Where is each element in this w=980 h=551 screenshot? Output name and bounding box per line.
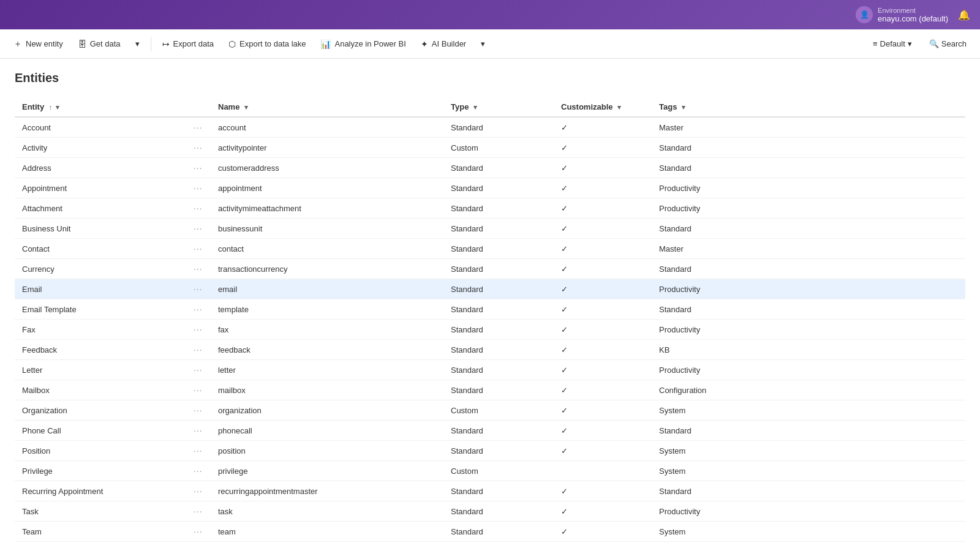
row-menu-dots[interactable]: ··· xyxy=(186,117,211,138)
table-row[interactable]: Privilege···privilegeCustomSystem xyxy=(15,461,965,481)
type-cell: Standard xyxy=(443,259,554,279)
row-menu-dots[interactable]: ··· xyxy=(186,441,211,461)
table-row[interactable]: Email Template···templateStandard✓Standa… xyxy=(15,299,965,320)
tags-cell: Master xyxy=(652,239,965,259)
env-details: Environment enayu.com (default) xyxy=(878,7,948,23)
checkmark-icon: ✓ xyxy=(561,244,568,253)
tags-cell: Standard xyxy=(652,138,965,158)
checkmark-icon: ✓ xyxy=(561,285,568,294)
tags-cell: System xyxy=(652,441,965,461)
row-menu-dots[interactable]: ··· xyxy=(186,299,211,320)
customizable-cell: ✓ xyxy=(554,117,652,138)
table-row[interactable]: Position···positionStandard✓System xyxy=(15,441,965,461)
row-menu-dots[interactable]: ··· xyxy=(186,340,211,360)
table-row[interactable]: Fax···faxStandard✓Productivity xyxy=(15,320,965,340)
row-menu-dots[interactable]: ··· xyxy=(186,158,211,178)
row-menu-dots[interactable]: ··· xyxy=(186,239,211,259)
export-data-button[interactable]: ↦ Export data xyxy=(156,36,221,53)
table-row[interactable]: Phone Call···phonecallStandard✓Standard xyxy=(15,421,965,441)
type-cell: Standard xyxy=(443,380,554,400)
get-data-label: Get data xyxy=(90,39,121,48)
checkmark-icon: ✓ xyxy=(561,224,568,233)
analyze-power-bi-button[interactable]: 📊 Analyze in Power BI xyxy=(314,36,412,53)
table-row[interactable]: Task···taskStandard✓Productivity xyxy=(15,501,965,522)
type-cell: Standard xyxy=(443,239,554,259)
ai-builder-dropdown-button[interactable]: ▾ xyxy=(475,36,491,52)
new-entity-button[interactable]: ＋ New entity xyxy=(7,35,69,53)
type-cell: Standard xyxy=(443,198,554,219)
row-menu-dots[interactable]: ··· xyxy=(186,360,211,380)
table-row[interactable]: Recurring Appointment···recurringappoint… xyxy=(15,481,965,501)
name-cell: account xyxy=(211,117,443,138)
row-menu-dots[interactable]: ··· xyxy=(186,421,211,441)
table-row[interactable]: Email···emailStandard✓Productivity xyxy=(15,279,965,299)
row-menu-dots[interactable]: ··· xyxy=(186,219,211,239)
row-menu-dots[interactable]: ··· xyxy=(186,380,211,400)
get-data-dropdown-button[interactable]: ▾ xyxy=(129,36,146,52)
table-row[interactable]: Activity···activitypointerCustom✓Standar… xyxy=(15,138,965,158)
table-row[interactable]: Organization···organizationCustom✓System xyxy=(15,400,965,421)
table-row[interactable]: Team···teamStandard✓System xyxy=(15,522,965,542)
environment-info: 👤 Environment enayu.com (default) xyxy=(856,6,948,23)
row-menu-dots[interactable]: ··· xyxy=(186,178,211,198)
name-cell: task xyxy=(211,501,443,522)
checkmark-icon: ✓ xyxy=(561,123,568,132)
row-menu-dots[interactable]: ··· xyxy=(186,461,211,481)
type-column-header[interactable]: Type ▾ xyxy=(443,97,554,117)
entities-table: Entity ↑ ▾ Name ▾ Type ▾ Customizable ▾ xyxy=(15,97,965,542)
table-row[interactable]: Attachment···activitymimeattachmentStand… xyxy=(15,198,965,219)
customizable-cell: ✓ xyxy=(554,340,652,360)
entity-column-header[interactable]: Entity ↑ ▾ xyxy=(15,97,186,117)
table-row[interactable]: Letter···letterStandard✓Productivity xyxy=(15,360,965,380)
type-cell: Standard xyxy=(443,299,554,320)
tags-sort-icon: ▾ xyxy=(682,103,685,111)
table-row[interactable]: Appointment···appointmentStandard✓Produc… xyxy=(15,178,965,198)
tags-column-header[interactable]: Tags ▾ xyxy=(652,97,965,117)
table-row[interactable]: Business Unit···businessunitStandard✓Sta… xyxy=(15,219,965,239)
row-menu-dots[interactable]: ··· xyxy=(186,279,211,299)
toolbar-separator-1 xyxy=(151,37,151,51)
customizable-cell: ✓ xyxy=(554,279,652,299)
table-row[interactable]: Address···customeraddressStandard✓Standa… xyxy=(15,158,965,178)
table-row[interactable]: Account···accountStandard✓Master xyxy=(15,117,965,138)
entity-cell: Email Template xyxy=(15,299,186,320)
name-column-header[interactable]: Name ▾ xyxy=(211,97,443,117)
page-title: Entities xyxy=(15,71,965,85)
search-button[interactable]: 🔍 Search xyxy=(923,36,973,52)
notification-bell-icon[interactable]: 🔔 xyxy=(958,9,970,21)
customizable-sort-icon: ▾ xyxy=(617,103,621,111)
name-sort-icon: ▾ xyxy=(244,103,248,111)
ai-builder-label: AI Builder xyxy=(432,39,466,48)
customizable-cell: ✓ xyxy=(554,421,652,441)
get-data-button[interactable]: 🗄 Get data xyxy=(72,36,127,53)
customizable-cell: ✓ xyxy=(554,219,652,239)
tags-cell: Productivity xyxy=(652,198,965,219)
row-menu-dots[interactable]: ··· xyxy=(186,481,211,501)
table-row[interactable]: Feedback···feedbackStandard✓KB xyxy=(15,340,965,360)
row-menu-dots[interactable]: ··· xyxy=(186,138,211,158)
customizable-column-header[interactable]: Customizable ▾ xyxy=(554,97,652,117)
entity-cell: Contact xyxy=(15,239,186,259)
table-row[interactable]: Mailbox···mailboxStandard✓Configuration xyxy=(15,380,965,400)
default-view-button[interactable]: ≡ Default ▾ xyxy=(867,36,918,52)
new-entity-label: New entity xyxy=(26,39,63,48)
row-menu-dots[interactable]: ··· xyxy=(186,320,211,340)
row-menu-dots[interactable]: ··· xyxy=(186,198,211,219)
table-row[interactable]: Contact···contactStandard✓Master xyxy=(15,239,965,259)
row-menu-dots[interactable]: ··· xyxy=(186,400,211,421)
row-menu-dots[interactable]: ··· xyxy=(186,522,211,542)
table-row[interactable]: Currency···transactioncurrencyStandard✓S… xyxy=(15,259,965,279)
export-to-data-lake-button[interactable]: ⬡ Export to data lake xyxy=(222,36,312,53)
row-menu-dots[interactable]: ··· xyxy=(186,259,211,279)
ai-builder-button[interactable]: ✦ AI Builder xyxy=(415,36,472,53)
customizable-cell: ✓ xyxy=(554,178,652,198)
avatar: 👤 xyxy=(856,6,873,23)
customizable-cell: ✓ xyxy=(554,360,652,380)
type-cell: Standard xyxy=(443,117,554,138)
name-cell: template xyxy=(211,299,443,320)
default-label: Default xyxy=(880,39,905,48)
name-cell: customeraddress xyxy=(211,158,443,178)
environment-label: Environment xyxy=(878,7,948,14)
row-menu-dots[interactable]: ··· xyxy=(186,501,211,522)
chevron-down-icon: ▾ xyxy=(135,39,140,48)
